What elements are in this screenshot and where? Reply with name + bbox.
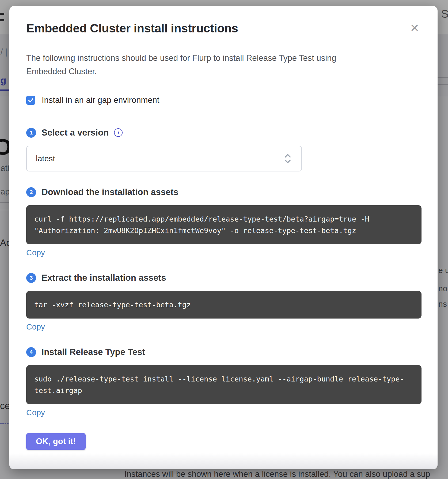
version-select[interactable]: latest bbox=[26, 146, 302, 171]
select-chevrons-icon bbox=[283, 152, 292, 165]
step-4-title: Install Release Type Test bbox=[41, 347, 145, 357]
step-2-number-badge: 2 bbox=[26, 187, 36, 197]
close-icon[interactable]: ✕ bbox=[408, 21, 422, 35]
step-1-header: 1 Select a version i bbox=[26, 128, 422, 138]
step-3-header: 3 Extract the installation assets bbox=[26, 273, 422, 283]
checkmark-icon bbox=[28, 97, 34, 103]
step-1-number-badge: 1 bbox=[26, 128, 36, 138]
modal-bottom-fade bbox=[9, 453, 438, 469]
info-icon[interactable]: i bbox=[114, 128, 123, 137]
step-3-number-badge: 3 bbox=[26, 273, 36, 283]
modal-title: Embedded Cluster install instructions bbox=[26, 21, 238, 35]
airgap-checkbox-row[interactable]: Install in an air gap environment bbox=[26, 95, 422, 105]
version-select-value: latest bbox=[36, 154, 55, 163]
step-2-title: Download the installation assets bbox=[41, 187, 179, 197]
step-2-header: 2 Download the installation assets bbox=[26, 187, 422, 197]
download-command-code: curl -f https://replicated.app/embedded/… bbox=[26, 205, 422, 244]
step-3-title: Extract the installation assets bbox=[41, 273, 166, 283]
step-1-title: Select a version bbox=[41, 128, 109, 138]
copy-extract-command-link[interactable]: Copy bbox=[26, 322, 45, 331]
extract-command-code: tar -xvzf release-type-test-beta.tgz bbox=[26, 291, 422, 319]
install-instructions-modal: Embedded Cluster install instructions ✕ … bbox=[9, 6, 438, 469]
modal-header: Embedded Cluster install instructions ✕ bbox=[26, 21, 422, 35]
ok-got-it-button[interactable]: OK, got it! bbox=[26, 433, 86, 450]
step-4-number-badge: 4 bbox=[26, 347, 36, 357]
copy-install-command-link[interactable]: Copy bbox=[26, 408, 45, 417]
modal-description: The following instructions should be use… bbox=[26, 51, 371, 78]
install-command-code: sudo ./release-type-test install --licen… bbox=[26, 365, 422, 404]
airgap-checkbox-label: Install in an air gap environment bbox=[42, 95, 159, 105]
copy-download-command-link[interactable]: Copy bbox=[26, 248, 45, 257]
step-4-header: 4 Install Release Type Test bbox=[26, 347, 422, 357]
airgap-checkbox[interactable] bbox=[26, 96, 35, 105]
